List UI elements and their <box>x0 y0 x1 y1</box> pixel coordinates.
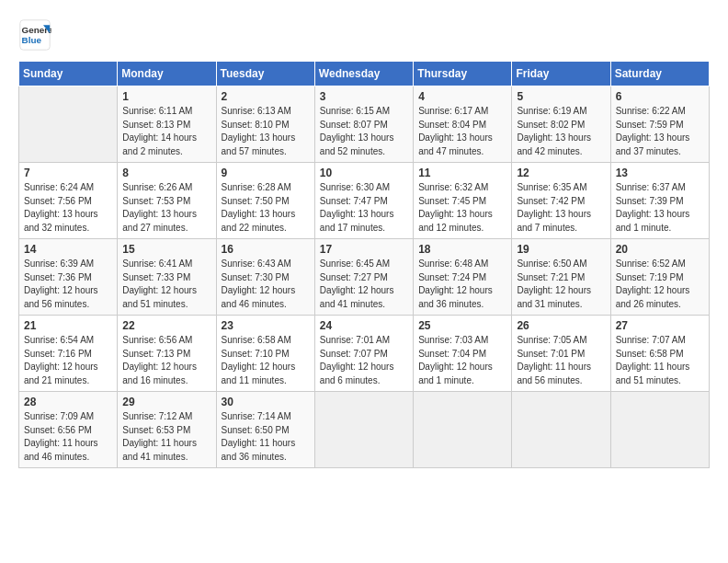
day-info: Sunrise: 7:01 AM Sunset: 7:07 PM Dayligh… <box>320 334 408 387</box>
day-number: 5 <box>517 90 605 103</box>
weekday-header: Thursday <box>414 62 512 86</box>
calendar-cell: 18Sunrise: 6:48 AM Sunset: 7:24 PM Dayli… <box>414 239 512 316</box>
calendar-cell: 24Sunrise: 7:01 AM Sunset: 7:07 PM Dayli… <box>314 316 413 392</box>
calendar-cell: 7Sunrise: 6:24 AM Sunset: 7:56 PM Daylig… <box>19 163 118 239</box>
day-number: 21 <box>24 319 112 332</box>
calendar-cell: 15Sunrise: 6:41 AM Sunset: 7:33 PM Dayli… <box>118 239 216 316</box>
day-number: 8 <box>122 167 210 179</box>
day-number: 28 <box>24 396 112 408</box>
calendar-week-row: 28Sunrise: 7:09 AM Sunset: 6:56 PM Dayli… <box>19 392 710 468</box>
calendar-cell: 26Sunrise: 7:05 AM Sunset: 7:01 PM Dayli… <box>512 316 610 392</box>
day-info: Sunrise: 6:15 AM Sunset: 8:07 PM Dayligh… <box>320 105 408 158</box>
day-info: Sunrise: 6:48 AM Sunset: 7:24 PM Dayligh… <box>418 258 506 311</box>
svg-text:Blue: Blue <box>22 35 42 45</box>
logo-icon: General Blue <box>18 18 51 52</box>
day-info: Sunrise: 6:30 AM Sunset: 7:47 PM Dayligh… <box>320 181 408 235</box>
weekday-header: Tuesday <box>216 62 314 86</box>
day-number: 19 <box>517 243 605 256</box>
calendar-cell <box>414 392 512 468</box>
calendar-cell: 9Sunrise: 6:28 AM Sunset: 7:50 PM Daylig… <box>216 163 314 239</box>
day-number: 6 <box>616 90 704 103</box>
day-number: 10 <box>320 167 408 179</box>
day-number: 18 <box>418 243 506 256</box>
day-info: Sunrise: 6:24 AM Sunset: 7:56 PM Dayligh… <box>24 181 112 235</box>
day-info: Sunrise: 6:43 AM Sunset: 7:30 PM Dayligh… <box>222 258 310 311</box>
calendar-cell: 4Sunrise: 6:17 AM Sunset: 8:04 PM Daylig… <box>414 86 512 163</box>
day-number: 22 <box>122 319 210 332</box>
calendar-cell <box>610 392 709 468</box>
calendar-cell: 25Sunrise: 7:03 AM Sunset: 7:04 PM Dayli… <box>414 316 512 392</box>
calendar-week-row: 7Sunrise: 6:24 AM Sunset: 7:56 PM Daylig… <box>19 163 710 239</box>
day-number: 14 <box>24 243 112 256</box>
calendar-cell: 22Sunrise: 6:56 AM Sunset: 7:13 PM Dayli… <box>118 316 216 392</box>
weekday-header: Wednesday <box>314 62 413 86</box>
calendar-cell <box>19 86 118 163</box>
calendar-cell <box>314 392 413 468</box>
day-number: 13 <box>616 167 704 179</box>
day-number: 26 <box>517 319 605 332</box>
calendar-cell <box>512 392 610 468</box>
calendar-cell: 23Sunrise: 6:58 AM Sunset: 7:10 PM Dayli… <box>216 316 314 392</box>
calendar-cell: 27Sunrise: 7:07 AM Sunset: 6:58 PM Dayli… <box>610 316 709 392</box>
day-info: Sunrise: 6:52 AM Sunset: 7:19 PM Dayligh… <box>616 258 704 311</box>
day-info: Sunrise: 6:19 AM Sunset: 8:02 PM Dayligh… <box>517 105 605 158</box>
calendar-cell: 21Sunrise: 6:54 AM Sunset: 7:16 PM Dayli… <box>19 316 118 392</box>
day-number: 24 <box>320 319 408 332</box>
day-info: Sunrise: 6:17 AM Sunset: 8:04 PM Dayligh… <box>418 105 506 158</box>
day-number: 29 <box>122 396 210 408</box>
day-info: Sunrise: 7:07 AM Sunset: 6:58 PM Dayligh… <box>616 334 704 387</box>
calendar-cell: 13Sunrise: 6:37 AM Sunset: 7:39 PM Dayli… <box>610 163 709 239</box>
day-number: 7 <box>24 167 112 179</box>
day-info: Sunrise: 7:03 AM Sunset: 7:04 PM Dayligh… <box>418 334 506 387</box>
day-info: Sunrise: 6:56 AM Sunset: 7:13 PM Dayligh… <box>122 334 210 387</box>
day-number: 30 <box>222 396 310 408</box>
day-number: 23 <box>222 319 310 332</box>
calendar-table: SundayMondayTuesdayWednesdayThursdayFrid… <box>18 61 710 468</box>
calendar-cell: 8Sunrise: 6:26 AM Sunset: 7:53 PM Daylig… <box>118 163 216 239</box>
day-number: 9 <box>222 167 310 179</box>
calendar-cell: 29Sunrise: 7:12 AM Sunset: 6:53 PM Dayli… <box>118 392 216 468</box>
weekday-header: Saturday <box>610 62 709 86</box>
page-header: General Blue <box>18 18 710 52</box>
day-info: Sunrise: 6:13 AM Sunset: 8:10 PM Dayligh… <box>222 105 310 158</box>
day-number: 15 <box>122 243 210 256</box>
calendar-cell: 16Sunrise: 6:43 AM Sunset: 7:30 PM Dayli… <box>216 239 314 316</box>
calendar-cell: 11Sunrise: 6:32 AM Sunset: 7:45 PM Dayli… <box>414 163 512 239</box>
weekday-header: Friday <box>512 62 610 86</box>
calendar-cell: 3Sunrise: 6:15 AM Sunset: 8:07 PM Daylig… <box>314 86 413 163</box>
day-info: Sunrise: 6:41 AM Sunset: 7:33 PM Dayligh… <box>122 258 210 311</box>
calendar-cell: 10Sunrise: 6:30 AM Sunset: 7:47 PM Dayli… <box>314 163 413 239</box>
calendar-cell: 12Sunrise: 6:35 AM Sunset: 7:42 PM Dayli… <box>512 163 610 239</box>
day-info: Sunrise: 7:09 AM Sunset: 6:56 PM Dayligh… <box>24 410 112 464</box>
calendar-cell: 19Sunrise: 6:50 AM Sunset: 7:21 PM Dayli… <box>512 239 610 316</box>
calendar-cell: 30Sunrise: 7:14 AM Sunset: 6:50 PM Dayli… <box>216 392 314 468</box>
day-info: Sunrise: 6:37 AM Sunset: 7:39 PM Dayligh… <box>616 181 704 235</box>
day-number: 27 <box>616 319 704 332</box>
day-number: 20 <box>616 243 704 256</box>
calendar-cell: 2Sunrise: 6:13 AM Sunset: 8:10 PM Daylig… <box>216 86 314 163</box>
day-number: 2 <box>222 90 310 103</box>
day-info: Sunrise: 6:28 AM Sunset: 7:50 PM Dayligh… <box>222 181 310 235</box>
day-info: Sunrise: 6:35 AM Sunset: 7:42 PM Dayligh… <box>517 181 605 235</box>
day-info: Sunrise: 6:11 AM Sunset: 8:13 PM Dayligh… <box>122 105 210 158</box>
calendar-week-row: 21Sunrise: 6:54 AM Sunset: 7:16 PM Dayli… <box>19 316 710 392</box>
calendar-week-row: 14Sunrise: 6:39 AM Sunset: 7:36 PM Dayli… <box>19 239 710 316</box>
day-info: Sunrise: 6:26 AM Sunset: 7:53 PM Dayligh… <box>122 181 210 235</box>
calendar-cell: 5Sunrise: 6:19 AM Sunset: 8:02 PM Daylig… <box>512 86 610 163</box>
day-info: Sunrise: 6:32 AM Sunset: 7:45 PM Dayligh… <box>418 181 506 235</box>
day-info: Sunrise: 6:50 AM Sunset: 7:21 PM Dayligh… <box>517 258 605 311</box>
day-number: 11 <box>418 167 506 179</box>
day-info: Sunrise: 6:39 AM Sunset: 7:36 PM Dayligh… <box>24 258 112 311</box>
calendar-week-row: 1Sunrise: 6:11 AM Sunset: 8:13 PM Daylig… <box>19 86 710 163</box>
day-number: 12 <box>517 167 605 179</box>
day-info: Sunrise: 6:58 AM Sunset: 7:10 PM Dayligh… <box>222 334 310 387</box>
logo: General Blue <box>18 18 51 52</box>
calendar-header-row: SundayMondayTuesdayWednesdayThursdayFrid… <box>19 62 710 86</box>
weekday-header: Sunday <box>19 62 118 86</box>
day-info: Sunrise: 6:54 AM Sunset: 7:16 PM Dayligh… <box>24 334 112 387</box>
day-number: 25 <box>418 319 506 332</box>
calendar-cell: 6Sunrise: 6:22 AM Sunset: 7:59 PM Daylig… <box>610 86 709 163</box>
day-info: Sunrise: 7:14 AM Sunset: 6:50 PM Dayligh… <box>222 410 310 464</box>
weekday-header: Monday <box>118 62 216 86</box>
day-number: 4 <box>418 90 506 103</box>
